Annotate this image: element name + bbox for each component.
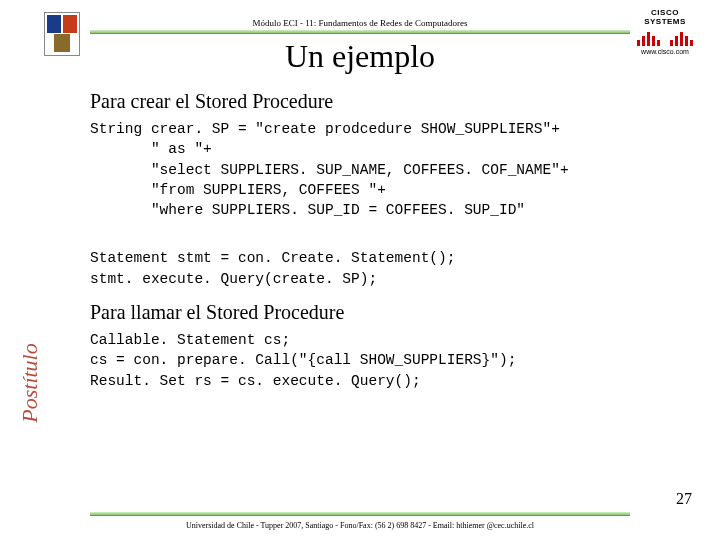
- top-divider: [90, 30, 630, 34]
- side-labels: internetworking Postítulo: [8, 60, 83, 500]
- page-number: 27: [676, 490, 692, 508]
- code-call-sp: Callable. Statement cs; cs = con. prepar…: [90, 330, 690, 391]
- slide: CISCO SYSTEMS www.cisco.com Módulo ECI -…: [0, 0, 720, 540]
- footer-text: Universidad de Chile - Tupper 2007, Sant…: [0, 521, 720, 530]
- content-area: Para crear el Stored Procedure String cr…: [90, 90, 690, 500]
- bottom-divider: [90, 512, 630, 516]
- slide-title: Un ejemplo: [0, 38, 720, 75]
- module-line: Módulo ECI - 11: Fundamentos de Redes de…: [0, 18, 720, 28]
- side-label-postitulo: Postítulo: [17, 343, 43, 422]
- code-create-sp: String crear. SP = "create prodcedure SH…: [90, 119, 690, 220]
- heading-call-sp: Para llamar el Stored Procedure: [90, 301, 690, 324]
- code-exec-sp: Statement stmt = con. Create. Statement(…: [90, 248, 690, 289]
- heading-create-sp: Para crear el Stored Procedure: [90, 90, 690, 113]
